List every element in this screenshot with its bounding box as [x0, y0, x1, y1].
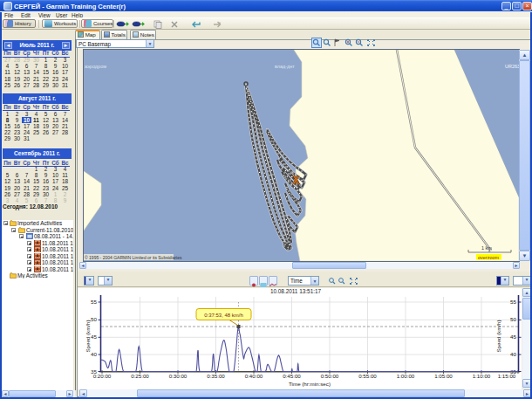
- svg-text:Speed (km/h): Speed (km/h): [495, 320, 501, 352]
- svg-text:50: 50: [91, 316, 97, 322]
- svg-text:Speed (km/h): Speed (km/h): [85, 320, 91, 352]
- svg-text:55: 55: [91, 299, 97, 305]
- svg-text:0:35:00: 0:35:00: [207, 373, 225, 379]
- svg-text:overzoom: overzoom: [478, 255, 500, 260]
- svg-text:UR263: UR263: [505, 64, 519, 69]
- svg-text:0:45:00: 0:45:00: [283, 373, 301, 379]
- svg-text:10.08.2011 13:51:17: 10.08.2011 13:51:17: [270, 288, 322, 294]
- svg-text:Time (hr:min:sec): Time (hr:min:sec): [289, 381, 331, 387]
- svg-text:0:50:00: 0:50:00: [321, 373, 339, 379]
- svg-text:40: 40: [91, 351, 97, 357]
- svg-text:45: 45: [91, 334, 97, 340]
- svg-text:40: 40: [510, 351, 516, 357]
- svg-text:© 1995 - 2004 GARMIN Limited o: © 1995 - 2004 GARMIN Limited or its Subs…: [85, 255, 182, 260]
- svg-text:0:30:00: 0:30:00: [169, 373, 188, 379]
- svg-text:влад-днт: влад-днт: [275, 64, 295, 69]
- svg-text:45: 45: [510, 334, 516, 340]
- svg-text:55: 55: [510, 299, 516, 305]
- svg-text:1:15:00: 1:15:00: [498, 373, 516, 379]
- svg-text:1 km: 1 km: [481, 245, 492, 251]
- svg-text:0:25:00: 0:25:00: [131, 373, 149, 379]
- svg-text:50: 50: [510, 316, 516, 322]
- svg-text:1:00:00: 1:00:00: [397, 373, 415, 379]
- svg-text:0:20:00: 0:20:00: [93, 373, 112, 379]
- svg-text:0:40:00: 0:40:00: [245, 373, 263, 379]
- svg-text:0:37:53, 48 km/h: 0:37:53, 48 km/h: [204, 313, 243, 318]
- svg-text:аэродром: аэродром: [85, 64, 106, 69]
- svg-text:0:55:00: 0:55:00: [358, 373, 377, 379]
- svg-text:1:10:00: 1:10:00: [473, 373, 491, 379]
- svg-text:1:05:00: 1:05:00: [434, 373, 453, 379]
